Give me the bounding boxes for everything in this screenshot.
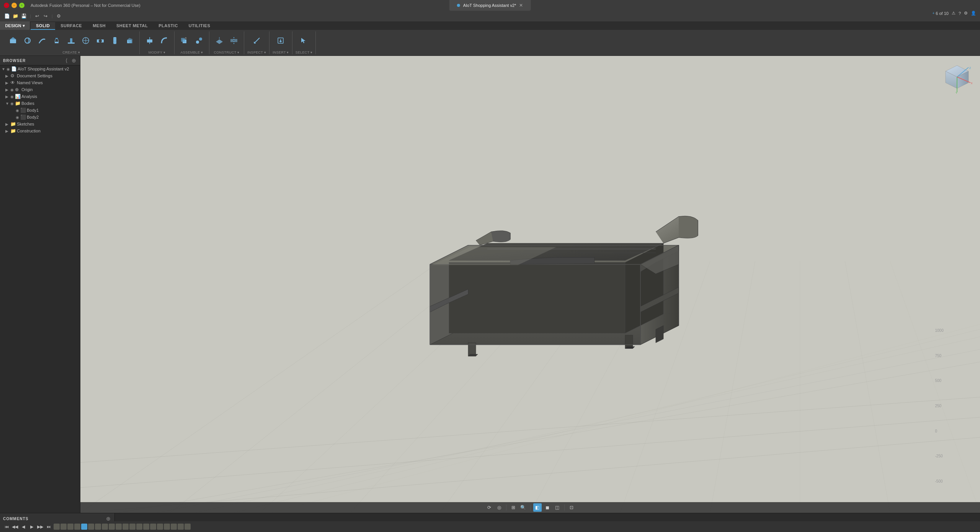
timeline-item-8[interactable]	[102, 524, 108, 530]
quick-open[interactable]: 📁	[11, 12, 19, 20]
timeline-item-14[interactable]	[143, 524, 149, 530]
tab-mesh[interactable]: MESH	[87, 22, 111, 30]
ribbon-btn-insert[interactable]	[274, 33, 287, 50]
ribbon-btn-loft[interactable]	[50, 33, 64, 50]
ribbon-btn-measure[interactable]	[250, 33, 264, 50]
timeline-item-9[interactable]	[109, 524, 115, 530]
timeline-goto-start[interactable]: ⏮	[3, 523, 10, 530]
browser-options[interactable]: ⊕	[71, 57, 77, 64]
design-dropdown[interactable]: DESIGN ▾	[0, 21, 30, 30]
timeline-item-2[interactable]	[60, 524, 67, 530]
browser-item-body2[interactable]: ◉ ⬛ Body2	[0, 114, 80, 121]
eye-bodies-icon[interactable]: ◉	[10, 101, 14, 106]
viewport[interactable]: -500 -250 0 250 500 750 1000	[80, 56, 980, 513]
document-tab-close[interactable]: ✕	[519, 3, 523, 8]
view-zoom-in-btn[interactable]: 🔍	[519, 503, 528, 512]
ribbon-btn-extrude[interactable]	[6, 33, 20, 50]
view-wireframe-btn[interactable]: ◧	[533, 503, 542, 512]
timeline-item-12[interactable]	[129, 524, 136, 530]
timeline-item-17[interactable]	[164, 524, 170, 530]
timeline-item-16[interactable]	[157, 524, 163, 530]
quick-undo[interactable]: ↩	[33, 12, 41, 20]
quick-settings[interactable]: ⚙	[55, 12, 63, 20]
model-area[interactable]: -500 -250 0 250 500 750 1000	[80, 56, 980, 513]
view-look-at-btn[interactable]: ◎	[495, 503, 503, 512]
ribbon-btn-offset-plane[interactable]	[212, 33, 226, 50]
timeline-step-back[interactable]: ◀◀	[11, 523, 18, 530]
eye-origin-icon[interactable]: ◉	[10, 88, 14, 92]
eye-analysis-icon[interactable]: ◉	[10, 95, 14, 99]
minimize-button[interactable]: −	[11, 3, 17, 8]
svg-text:250: 250	[935, 404, 942, 408]
tab-plastic[interactable]: PLASTIC	[153, 22, 183, 30]
browser-item-doc-settings[interactable]: ▶ ⚙ Document Settings	[0, 72, 80, 79]
timeline-item-1[interactable]	[54, 524, 60, 530]
close-button[interactable]: ✕	[4, 3, 9, 8]
ribbon-btn-press-pull[interactable]	[143, 33, 157, 50]
timeline-item-15[interactable]	[150, 524, 156, 530]
svg-point-19	[196, 41, 199, 44]
timeline-goto-end[interactable]: ⏭	[45, 523, 52, 530]
alert-icon[interactable]: ⚠	[952, 11, 956, 16]
ribbon-btn-sweep[interactable]	[35, 33, 49, 50]
browser-item-origin[interactable]: ▶ ◉ ⊕ Origin	[0, 86, 80, 93]
quick-new[interactable]: 📄	[3, 12, 11, 20]
browser-item-body1[interactable]: ◉ ⬛ Body1	[0, 107, 80, 114]
view-shaded-btn[interactable]: ◼	[543, 503, 552, 512]
timeline-item-18[interactable]	[171, 524, 177, 530]
document-tab[interactable]: AIoT Shopping Assistant v2* ✕	[449, 0, 531, 11]
timeline-item-4[interactable]	[74, 524, 80, 530]
browser-collapse[interactable]: ⟨	[63, 57, 69, 64]
timeline-item-11[interactable]	[122, 524, 129, 530]
ribbon-btn-fillet[interactable]	[157, 33, 171, 50]
browser-item-root[interactable]: ▼ ◉ 📄 AIoT Shopping Assistant v2	[0, 65, 80, 72]
browser-item-named-views[interactable]: ▶ 👁 Named Views	[0, 79, 80, 86]
navigation-cube[interactable]: Z X Y	[942, 64, 972, 94]
tab-sheet-metal[interactable]: SHEET METAL	[111, 22, 153, 30]
view-render-btn[interactable]: ◫	[553, 503, 562, 512]
timeline-item-20[interactable]	[185, 524, 191, 530]
chevron-right-icon-3: ▶	[5, 88, 9, 92]
notification-count[interactable]: + 6 of 10	[932, 11, 948, 16]
eye-body1-icon[interactable]: ◉	[16, 108, 19, 113]
question-icon[interactable]: ?	[959, 11, 961, 16]
ribbon-btn-web[interactable]	[79, 33, 93, 50]
browser-item-analysis[interactable]: ▶ ◉ 📊 Analysis	[0, 93, 80, 100]
quick-redo[interactable]: ↪	[42, 12, 49, 20]
browser-item-bodies[interactable]: ▼ ◉ 📁 Bodies	[0, 100, 80, 107]
timeline-item-6[interactable]	[88, 524, 94, 530]
eye-body2-icon[interactable]: ◉	[16, 115, 19, 119]
ribbon-btn-revolve[interactable]	[21, 33, 34, 50]
timeline-item-7[interactable]	[95, 524, 101, 530]
quick-save[interactable]: 💾	[20, 12, 28, 20]
view-zoom-fit-btn[interactable]: ⊞	[509, 503, 518, 512]
tab-solid[interactable]: SOLID	[31, 22, 55, 30]
eye-visible-icon[interactable]: ◉	[7, 67, 10, 71]
ribbon-btn-hole[interactable]	[93, 33, 107, 50]
browser-item-sketches[interactable]: ▶ 📁 Sketches	[0, 121, 80, 127]
maximize-button[interactable]: +	[19, 3, 24, 8]
ribbon-btn-midplane[interactable]	[227, 33, 241, 50]
ribbon-btn-thread[interactable]	[108, 33, 122, 50]
settings-icon[interactable]: ⚙	[964, 11, 968, 16]
view-orbit-btn[interactable]: ⟳	[485, 503, 493, 512]
timeline-play[interactable]: ▶	[28, 523, 35, 530]
timeline-item-10[interactable]	[116, 524, 122, 530]
ribbon-btn-select[interactable]	[297, 33, 311, 50]
timeline-item-13[interactable]	[136, 524, 142, 530]
ribbon-btn-joint[interactable]	[192, 33, 206, 50]
browser-item-construction[interactable]: ▶ 📁 Construction	[0, 127, 80, 134]
timeline-item-19[interactable]	[178, 524, 184, 530]
timeline-item-3[interactable]	[67, 524, 74, 530]
ribbon-btn-rib[interactable]	[64, 33, 78, 50]
tab-surface[interactable]: SURFACE	[55, 22, 87, 30]
comments-toggle[interactable]: ⊕	[105, 516, 111, 522]
user-icon[interactable]: 👤	[971, 11, 976, 16]
timeline-item-5[interactable]	[81, 524, 87, 530]
view-grid-btn[interactable]: ⊡	[567, 503, 576, 512]
tab-utilities[interactable]: UTILITIES	[183, 22, 216, 30]
ribbon-btn-box[interactable]	[122, 33, 136, 50]
timeline-play-fwd[interactable]: ▶▶	[37, 523, 44, 530]
timeline-play-back[interactable]: ◀	[20, 523, 27, 530]
ribbon-btn-new-component[interactable]: +	[178, 33, 191, 50]
